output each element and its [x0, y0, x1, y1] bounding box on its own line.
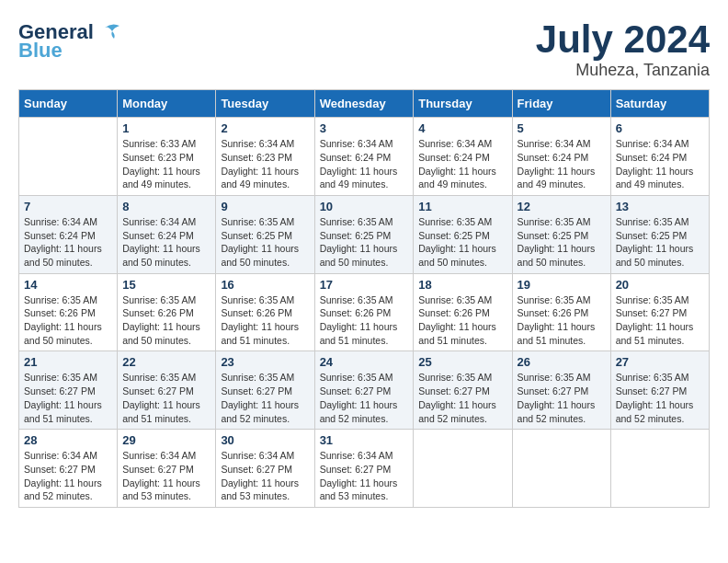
calendar-cell: 10Sunrise: 6:35 AM Sunset: 6:25 PM Dayli… — [314, 195, 414, 273]
calendar-cell: 29Sunrise: 6:34 AM Sunset: 6:27 PM Dayli… — [118, 430, 216, 508]
day-number: 26 — [518, 355, 606, 369]
day-number: 7 — [24, 200, 112, 213]
calendar-cell — [414, 430, 512, 508]
day-info: Sunrise: 6:35 AM Sunset: 6:25 PM Dayligh… — [320, 215, 409, 270]
calendar-cell: 2Sunrise: 6:34 AM Sunset: 6:23 PM Daylig… — [216, 118, 314, 196]
day-info: Sunrise: 6:35 AM Sunset: 6:27 PM Dayligh… — [24, 371, 112, 425]
col-header-wednesday: Wednesday — [314, 90, 414, 118]
day-number: 27 — [616, 355, 704, 369]
col-header-sunday: Sunday — [19, 90, 118, 118]
day-number: 3 — [320, 121, 409, 135]
day-info: Sunrise: 6:34 AM Sunset: 6:24 PM Dayligh… — [518, 137, 606, 191]
day-number: 5 — [518, 121, 606, 135]
day-number: 17 — [320, 278, 409, 292]
calendar-cell: 5Sunrise: 6:34 AM Sunset: 6:24 PM Daylig… — [512, 118, 610, 196]
day-info: Sunrise: 6:35 AM Sunset: 6:27 PM Dayligh… — [616, 371, 704, 425]
day-number: 4 — [418, 121, 506, 135]
calendar-cell: 6Sunrise: 6:34 AM Sunset: 6:24 PM Daylig… — [610, 118, 709, 196]
col-header-monday: Monday — [118, 90, 216, 118]
day-number: 29 — [122, 433, 210, 447]
calendar-cell: 20Sunrise: 6:35 AM Sunset: 6:27 PM Dayli… — [610, 273, 709, 351]
day-number: 2 — [221, 121, 309, 135]
day-number: 30 — [221, 433, 309, 447]
calendar-table: SundayMondayTuesdayWednesdayThursdayFrid… — [18, 89, 710, 508]
day-info: Sunrise: 6:35 AM Sunset: 6:26 PM Dayligh… — [518, 293, 606, 348]
calendar-cell: 31Sunrise: 6:34 AM Sunset: 6:27 PM Dayli… — [314, 430, 414, 508]
day-info: Sunrise: 6:34 AM Sunset: 6:27 PM Dayligh… — [122, 449, 210, 503]
day-number: 12 — [518, 200, 606, 213]
day-number: 6 — [616, 121, 704, 135]
day-number: 22 — [122, 355, 210, 369]
day-info: Sunrise: 6:35 AM Sunset: 6:27 PM Dayligh… — [221, 371, 309, 425]
calendar-cell — [610, 430, 709, 508]
day-number: 9 — [221, 200, 309, 213]
day-number: 28 — [24, 433, 112, 447]
calendar-cell: 14Sunrise: 6:35 AM Sunset: 6:26 PM Dayli… — [19, 273, 118, 351]
logo-blue-text: Blue — [18, 39, 63, 63]
day-info: Sunrise: 6:34 AM Sunset: 6:24 PM Dayligh… — [24, 215, 112, 270]
calendar-cell: 24Sunrise: 6:35 AM Sunset: 6:27 PM Dayli… — [314, 351, 414, 430]
calendar-cell: 28Sunrise: 6:34 AM Sunset: 6:27 PM Dayli… — [19, 430, 118, 508]
day-info: Sunrise: 6:34 AM Sunset: 6:24 PM Dayligh… — [616, 137, 704, 191]
day-info: Sunrise: 6:34 AM Sunset: 6:24 PM Dayligh… — [418, 137, 506, 191]
logo: General Blue — [18, 18, 123, 63]
day-info: Sunrise: 6:35 AM Sunset: 6:26 PM Dayligh… — [418, 293, 506, 348]
day-number: 20 — [616, 278, 704, 292]
calendar-cell: 1Sunrise: 6:33 AM Sunset: 6:23 PM Daylig… — [118, 118, 216, 196]
month-title: July 2024 — [536, 18, 710, 61]
calendar-cell: 3Sunrise: 6:34 AM Sunset: 6:24 PM Daylig… — [314, 118, 414, 196]
day-number: 25 — [418, 355, 506, 369]
calendar-cell: 25Sunrise: 6:35 AM Sunset: 6:27 PM Dayli… — [414, 351, 512, 430]
day-info: Sunrise: 6:35 AM Sunset: 6:27 PM Dayligh… — [616, 293, 704, 348]
day-number: 21 — [24, 355, 112, 369]
day-info: Sunrise: 6:35 AM Sunset: 6:26 PM Dayligh… — [320, 293, 409, 348]
day-number: 13 — [616, 200, 704, 213]
calendar-cell: 11Sunrise: 6:35 AM Sunset: 6:25 PM Dayli… — [414, 195, 512, 273]
calendar-cell: 8Sunrise: 6:34 AM Sunset: 6:24 PM Daylig… — [118, 195, 216, 273]
day-info: Sunrise: 6:34 AM Sunset: 6:27 PM Dayligh… — [221, 449, 309, 503]
day-info: Sunrise: 6:33 AM Sunset: 6:23 PM Dayligh… — [122, 137, 210, 191]
day-info: Sunrise: 6:35 AM Sunset: 6:27 PM Dayligh… — [122, 371, 210, 425]
day-info: Sunrise: 6:35 AM Sunset: 6:26 PM Dayligh… — [122, 293, 210, 348]
logo-bird-icon — [96, 18, 123, 46]
day-number: 14 — [24, 278, 112, 292]
calendar-cell: 18Sunrise: 6:35 AM Sunset: 6:26 PM Dayli… — [414, 273, 512, 351]
calendar-cell: 13Sunrise: 6:35 AM Sunset: 6:25 PM Dayli… — [610, 195, 709, 273]
day-number: 11 — [418, 200, 506, 213]
page-header: General Blue July 2024 Muheza, Tanzania — [18, 18, 710, 80]
calendar-cell: 26Sunrise: 6:35 AM Sunset: 6:27 PM Dayli… — [512, 351, 610, 430]
day-info: Sunrise: 6:35 AM Sunset: 6:26 PM Dayligh… — [24, 293, 112, 348]
calendar-cell: 23Sunrise: 6:35 AM Sunset: 6:27 PM Dayli… — [216, 351, 314, 430]
calendar-cell: 22Sunrise: 6:35 AM Sunset: 6:27 PM Dayli… — [118, 351, 216, 430]
day-number: 19 — [518, 278, 606, 292]
day-info: Sunrise: 6:35 AM Sunset: 6:26 PM Dayligh… — [221, 293, 309, 348]
day-number: 18 — [418, 278, 506, 292]
calendar-cell: 16Sunrise: 6:35 AM Sunset: 6:26 PM Dayli… — [216, 273, 314, 351]
day-info: Sunrise: 6:34 AM Sunset: 6:24 PM Dayligh… — [122, 215, 210, 270]
calendar-cell: 19Sunrise: 6:35 AM Sunset: 6:26 PM Dayli… — [512, 273, 610, 351]
day-info: Sunrise: 6:34 AM Sunset: 6:27 PM Dayligh… — [320, 449, 409, 503]
col-header-friday: Friday — [512, 90, 610, 118]
calendar-cell: 30Sunrise: 6:34 AM Sunset: 6:27 PM Dayli… — [216, 430, 314, 508]
day-info: Sunrise: 6:35 AM Sunset: 6:25 PM Dayligh… — [616, 215, 704, 270]
week-row-4: 21Sunrise: 6:35 AM Sunset: 6:27 PM Dayli… — [19, 351, 710, 430]
calendar-cell: 15Sunrise: 6:35 AM Sunset: 6:26 PM Dayli… — [118, 273, 216, 351]
day-info: Sunrise: 6:35 AM Sunset: 6:27 PM Dayligh… — [320, 371, 409, 425]
day-info: Sunrise: 6:35 AM Sunset: 6:27 PM Dayligh… — [418, 371, 506, 425]
week-row-3: 14Sunrise: 6:35 AM Sunset: 6:26 PM Dayli… — [19, 273, 710, 351]
day-info: Sunrise: 6:35 AM Sunset: 6:27 PM Dayligh… — [518, 371, 606, 425]
calendar-cell: 9Sunrise: 6:35 AM Sunset: 6:25 PM Daylig… — [216, 195, 314, 273]
col-header-saturday: Saturday — [610, 90, 709, 118]
day-number: 10 — [320, 200, 409, 213]
day-number: 24 — [320, 355, 409, 369]
day-info: Sunrise: 6:34 AM Sunset: 6:27 PM Dayligh… — [24, 449, 112, 503]
calendar-cell — [19, 118, 118, 196]
week-row-1: 1Sunrise: 6:33 AM Sunset: 6:23 PM Daylig… — [19, 118, 710, 196]
calendar-cell: 17Sunrise: 6:35 AM Sunset: 6:26 PM Dayli… — [314, 273, 414, 351]
day-number: 31 — [320, 433, 409, 447]
header-row: SundayMondayTuesdayWednesdayThursdayFrid… — [19, 90, 710, 118]
day-info: Sunrise: 6:35 AM Sunset: 6:25 PM Dayligh… — [221, 215, 309, 270]
day-number: 16 — [221, 278, 309, 292]
day-info: Sunrise: 6:35 AM Sunset: 6:25 PM Dayligh… — [518, 215, 606, 270]
calendar-cell: 4Sunrise: 6:34 AM Sunset: 6:24 PM Daylig… — [414, 118, 512, 196]
